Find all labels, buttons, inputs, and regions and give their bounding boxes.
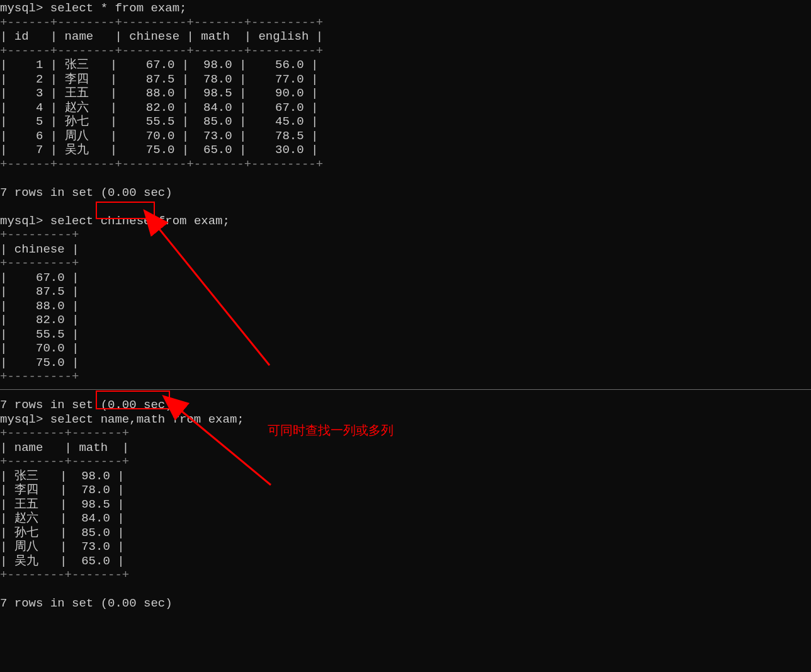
- table-sep: +------+--------+---------+-------+-----…: [0, 44, 323, 58]
- table-sep: +---------+: [0, 256, 79, 270]
- table-header: | name | math |: [0, 441, 129, 455]
- table-row: | 5 | 孙七 | 55.5 | 85.0 | 45.0 |: [0, 115, 318, 128]
- table-row: | 55.5 |: [0, 327, 79, 341]
- table-row: | 87.5 |: [0, 285, 79, 299]
- prompt: mysql>: [0, 413, 43, 426]
- table-sep: +------+--------+---------+-------+-----…: [0, 157, 323, 171]
- table-row: | 88.0 |: [0, 299, 79, 313]
- table-row: | 70.0 |: [0, 341, 79, 355]
- table-row: | 67.0 |: [0, 271, 79, 285]
- table-row: | 王五 | 98.5 |: [0, 498, 125, 511]
- table-row: | 吴九 | 65.0 |: [0, 554, 125, 568]
- table-row: | 李四 | 78.0 |: [0, 483, 125, 497]
- table-sep: +--------+-------+: [0, 455, 129, 469]
- table-header: | chinese |: [0, 242, 79, 256]
- table-row: | 6 | 周八 | 70.0 | 73.0 | 78.5 |: [0, 129, 318, 143]
- separator-line: [0, 389, 811, 390]
- table-row: | 3 | 王五 | 88.0 | 98.5 | 90.0 |: [0, 86, 318, 100]
- table-header: | id | name | chinese | math | english |: [0, 30, 323, 43]
- table-row: | 75.0 |: [0, 356, 79, 370]
- table-row: | 张三 | 98.0 |: [0, 469, 125, 483]
- table-row: | 赵六 | 84.0 |: [0, 511, 125, 525]
- table-sep: +--------+-------+: [0, 426, 129, 440]
- sql-line-post: ;: [179, 1, 186, 15]
- table-sep: +------+--------+---------+-------+-----…: [0, 16, 323, 30]
- status-line: 7 rows in set (0.00 sec): [0, 596, 173, 610]
- sql-line: select * from: [43, 1, 150, 15]
- table-row: | 82.0 |: [0, 313, 79, 327]
- table-row: | 7 | 吴九 | 75.0 | 65.0 | 30.0 |: [0, 143, 318, 157]
- table-row: | 4 | 赵六 | 82.0 | 84.0 | 67.0 |: [0, 101, 318, 115]
- prompt: mysql>: [0, 1, 43, 15]
- sql-line-post: from exam;: [165, 413, 244, 426]
- sql-line: select: [43, 413, 100, 426]
- table-sep: +--------+-------+: [0, 568, 129, 582]
- sql-highlight: chinese: [101, 214, 151, 228]
- sql-table: exam: [150, 1, 179, 15]
- sql-line-post: from exam;: [150, 214, 229, 228]
- table-row: | 1 | 张三 | 67.0 | 98.0 | 56.0 |: [0, 58, 318, 72]
- table-sep: +---------+: [0, 370, 79, 384]
- sql-highlight: name,math: [101, 413, 166, 426]
- table-row: | 孙七 | 85.0 |: [0, 526, 125, 540]
- status-line: 7 rows in set (0.00 sec): [0, 398, 173, 412]
- table-sep: +---------+: [0, 228, 79, 242]
- table-row: | 周八 | 73.0 |: [0, 540, 125, 554]
- status-line: 7 rows in set (0.00 sec): [0, 186, 173, 200]
- prompt: mysql>: [0, 214, 43, 228]
- sql-line: select: [43, 214, 100, 228]
- terminal-output: mysql> select * from exam; +------+-----…: [0, 0, 811, 611]
- table-row: | 2 | 李四 | 87.5 | 78.0 | 77.0 |: [0, 72, 318, 86]
